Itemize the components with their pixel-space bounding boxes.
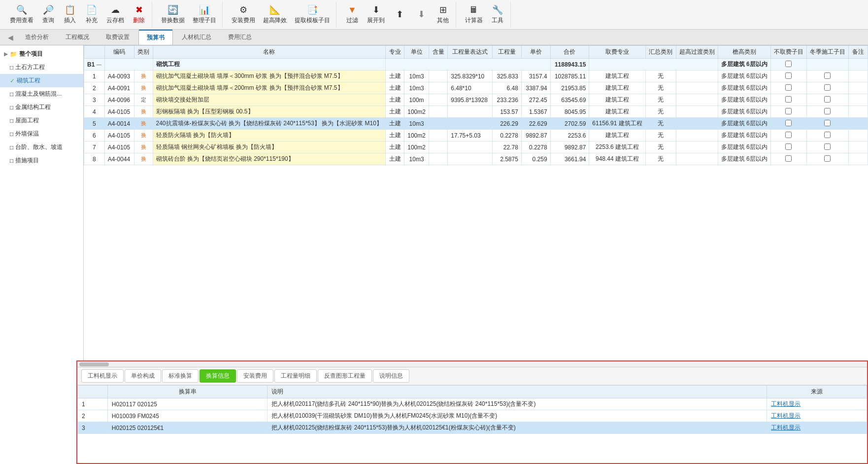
row2-winter[interactable] bbox=[806, 82, 848, 94]
row6-winter-checkbox[interactable] bbox=[824, 132, 831, 138]
scroll-thumb[interactable] bbox=[79, 362, 109, 366]
delete-button[interactable]: ✖ 删除 bbox=[129, 2, 149, 27]
row8-winter-checkbox[interactable] bbox=[824, 155, 831, 162]
sidebar-item-masonry[interactable]: ✓ 砌筑工程 bbox=[0, 74, 83, 87]
cloud-archive-button[interactable]: ☁ 云存档 bbox=[103, 2, 127, 27]
brow1-source-link[interactable]: 工料机显示 bbox=[771, 400, 801, 407]
row1-expr[interactable]: 325.8329*10 bbox=[448, 71, 493, 82]
brow3-source[interactable]: 工料机显示 bbox=[767, 422, 867, 434]
row7-code[interactable]: A4-0105 bbox=[104, 142, 134, 153]
row1-nofee-checkbox[interactable] bbox=[785, 72, 792, 79]
tab-project-overview[interactable]: 工程概况 bbox=[58, 30, 97, 44]
calculator-button[interactable]: 🖩 计算器 bbox=[462, 3, 486, 27]
sidebar-item-measures[interactable]: □ 措施项目 bbox=[0, 154, 83, 167]
bottom-scroll-bar[interactable] bbox=[77, 361, 867, 367]
row4-nofee[interactable] bbox=[770, 106, 806, 118]
tab-fee-settings[interactable]: 取费设置 bbox=[98, 30, 137, 44]
row3-nofee[interactable] bbox=[770, 94, 806, 106]
install-fee-button[interactable]: ⚙ 安装费用 bbox=[229, 2, 258, 27]
bottom-tab-check-drawing[interactable]: 反查图形工程量 bbox=[318, 369, 372, 383]
row2-nofee[interactable] bbox=[770, 82, 806, 94]
tab-budget-book[interactable]: 预算书 bbox=[138, 30, 173, 45]
row5-expr[interactable] bbox=[448, 118, 493, 130]
row6-code[interactable]: A4-0105 bbox=[104, 130, 134, 142]
bottom-tab-unit-composition[interactable]: 单价构成 bbox=[125, 369, 161, 383]
row1-winter[interactable] bbox=[806, 71, 848, 82]
row1-winter-checkbox[interactable] bbox=[824, 72, 831, 79]
row3-expr[interactable]: 9395.8*13928 bbox=[448, 94, 493, 106]
brow2-source[interactable]: 工料机显示 bbox=[767, 410, 867, 422]
row5-winter-checkbox[interactable] bbox=[824, 120, 831, 126]
tab-labor-material[interactable]: 人材机汇总 bbox=[174, 30, 219, 44]
row3-winter-checkbox[interactable] bbox=[824, 96, 831, 103]
row7-nofee[interactable] bbox=[770, 142, 806, 153]
move-up-button[interactable]: ⬆ bbox=[390, 7, 409, 23]
bottom-tab-exchange-info[interactable]: 换算信息 bbox=[200, 369, 236, 383]
row4-nofee-checkbox[interactable] bbox=[785, 108, 792, 114]
insert-button[interactable]: 📋 插入 bbox=[60, 2, 80, 27]
replenish-button[interactable]: 📄 补充 bbox=[82, 2, 101, 27]
row7-winter-checkbox[interactable] bbox=[824, 143, 831, 150]
nav-left-arrow[interactable]: ◀ bbox=[5, 34, 16, 41]
row5-code[interactable]: A4-0014 bbox=[104, 118, 134, 130]
row1-code[interactable]: A4-0093 bbox=[104, 71, 134, 82]
row7-expr[interactable] bbox=[448, 142, 493, 153]
row2-code[interactable]: A4-0091 bbox=[104, 82, 134, 94]
row8-code[interactable]: A4-0044 bbox=[104, 153, 134, 165]
replace-data-button[interactable]: 🔄 替换数据 bbox=[158, 2, 188, 27]
row4-winter[interactable] bbox=[806, 106, 848, 118]
row5-winter[interactable] bbox=[806, 118, 848, 130]
row6-nofee-checkbox[interactable] bbox=[785, 132, 792, 138]
sidebar-item-exterior-wall[interactable]: □ 外墙保温 bbox=[0, 127, 83, 141]
sidebar-item-earthwork[interactable]: □ 土石方工程 bbox=[0, 61, 83, 74]
expand-button[interactable]: ⬇ 展开到 bbox=[364, 2, 388, 27]
row6-expr[interactable]: 17.75+5.03 bbox=[448, 130, 493, 142]
row8-nofee-checkbox[interactable] bbox=[785, 155, 792, 162]
row2-expr[interactable]: 6.48*10 bbox=[448, 82, 493, 94]
row4-expr[interactable] bbox=[448, 106, 493, 118]
row4-winter-checkbox[interactable] bbox=[824, 108, 831, 114]
row5-nofee-checkbox[interactable] bbox=[785, 120, 792, 126]
row3-winter[interactable] bbox=[806, 94, 848, 106]
brow1-source[interactable]: 工料机显示 bbox=[767, 398, 867, 410]
row8-expr[interactable] bbox=[448, 153, 493, 165]
sidebar-item-metal[interactable]: □ 金属结构工程 bbox=[0, 101, 83, 114]
bottom-tab-description[interactable]: 说明信息 bbox=[373, 369, 409, 383]
extract-template-button[interactable]: 📑 提取模板子目 bbox=[292, 2, 333, 27]
row6-nofee[interactable] bbox=[770, 130, 806, 142]
brow3-source-link[interactable]: 工料机显示 bbox=[771, 424, 801, 431]
row3-nofee-checkbox[interactable] bbox=[785, 96, 792, 103]
row7-winter[interactable] bbox=[806, 142, 848, 153]
bottom-tab-install-fee[interactable]: 安装费用 bbox=[237, 369, 273, 383]
sidebar-item-terrace[interactable]: □ 台阶、散水、坡道 bbox=[0, 141, 83, 154]
query-button[interactable]: 🔎 查询 bbox=[38, 2, 58, 27]
sidebar-root[interactable]: ▶ 📁 整个项目 bbox=[0, 47, 83, 61]
filter-button[interactable]: ▼ 过滤 bbox=[342, 3, 362, 27]
bottom-tab-labor-material[interactable]: 工料机显示 bbox=[81, 369, 124, 383]
row4-code[interactable]: A4-0105 bbox=[104, 106, 134, 118]
row3-code[interactable]: A4-0096 bbox=[104, 94, 134, 106]
section-nofee-checkbox[interactable] bbox=[785, 61, 792, 67]
bottom-table-header: 换算串 说明 来源 bbox=[78, 386, 867, 398]
fee-view-button[interactable]: 🔍 费用查看 bbox=[7, 2, 36, 27]
over-height-button[interactable]: 📐 超高降效 bbox=[260, 2, 290, 27]
tab-cost-analysis[interactable]: 造价分析 bbox=[17, 30, 57, 44]
sidebar-item-concrete[interactable]: □ 混凝土及钢筋混... bbox=[0, 87, 83, 101]
brow2-source-link[interactable]: 工料机显示 bbox=[771, 412, 801, 419]
row8-winter[interactable] bbox=[806, 153, 848, 165]
row6-winter[interactable] bbox=[806, 130, 848, 142]
row2-nofee-checkbox[interactable] bbox=[785, 84, 792, 91]
row8-nofee[interactable] bbox=[770, 153, 806, 165]
tab-fee-summary[interactable]: 费用汇总 bbox=[220, 30, 260, 44]
bottom-tab-standard-exchange[interactable]: 标准换算 bbox=[162, 369, 199, 383]
sort-children-button[interactable]: 📊 整理子目 bbox=[190, 2, 219, 27]
sidebar-item-roofing[interactable]: □ 屋面工程 bbox=[0, 114, 83, 127]
row5-nofee[interactable] bbox=[770, 118, 806, 130]
tools-button[interactable]: 🔧 工具 bbox=[488, 2, 507, 27]
row2-winter-checkbox[interactable] bbox=[824, 84, 831, 91]
other-button[interactable]: ⊞ 其他 bbox=[433, 2, 453, 27]
bottom-tab-qty-detail[interactable]: 工程量明细 bbox=[274, 369, 317, 383]
row1-nofee[interactable] bbox=[770, 71, 806, 82]
move-down-button[interactable]: ⬇ bbox=[411, 7, 431, 23]
row7-nofee-checkbox[interactable] bbox=[785, 143, 792, 150]
